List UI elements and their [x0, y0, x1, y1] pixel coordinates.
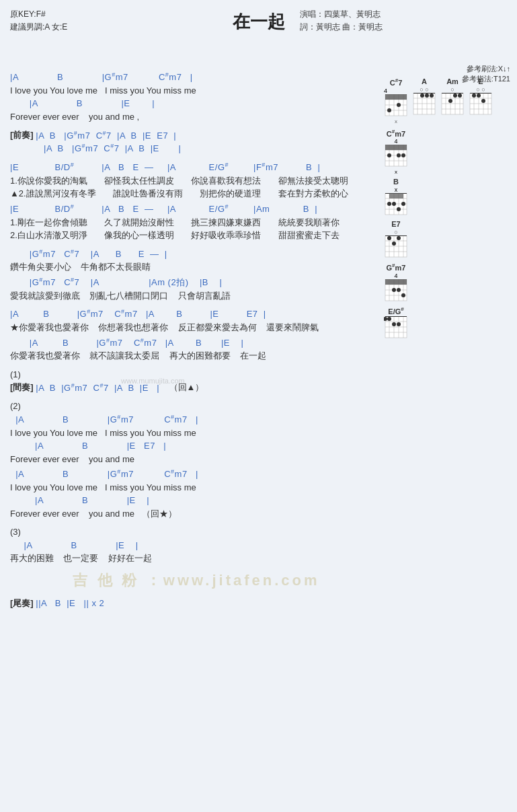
section-prechorus: |G#m7 C#7 |A B E ― | 鑽牛角尖要小心 牛角都不太長眼睛 |G…: [10, 248, 383, 303]
s2-lyric-2: Forever ever ever you and me: [10, 453, 383, 466]
chord-am-label: Am: [446, 77, 459, 85]
chord-line-1: |A B |G#m7 C#m7 |: [10, 71, 383, 84]
section-tail: [尾奏] ||A B |E || x 2: [10, 597, 383, 610]
chord-b-label: B: [393, 178, 399, 186]
chord-diagrams-area: C#7 4 x: [384, 77, 512, 340]
prelude-header: [前奏] |A B |G#m7 C#7 |A B |E E7 |: [10, 128, 383, 142]
page: 原KEY:F# 建議男調:A 女:E 在一起 演唱：四葉草、黃明志 詞：黃明志 …: [0, 0, 517, 812]
prechorus-chord-2: |G#m7 C#7 |A |Am (2拍) |B |: [10, 276, 383, 289]
svg-point-44: [472, 94, 476, 98]
chord-row-1: C#7 4 x: [384, 77, 512, 124]
verse1-lyric-2b: 2.白山水清澈又明淨 像我的心一樣透明 好好吸收乖乖珍惜 甜甜蜜蜜走下去: [10, 229, 383, 242]
chord-row-5: G#m7 4: [384, 262, 512, 303]
svg-point-109: [397, 322, 401, 326]
lyric-line-2: Forever ever ever you and me ,: [10, 110, 383, 124]
verse1-lyric-2a: 1.剛在一起你會傾聽 久了就開始沒耐性 挑三揀四嫌東嫌西 統統要我順著你: [10, 216, 383, 229]
svg-point-58: [401, 153, 405, 157]
svg-rect-68: [389, 193, 403, 198]
s2-lyric-4: Forever ever ever you and me （回★）: [10, 507, 383, 521]
chord-e: E ○ ○: [469, 77, 493, 117]
verse1-lyric-1a: 1.你說你愛我的淘氣 卻怪我太任性調皮 你說喜歡我有想法 卻無法接受太聰明: [10, 174, 383, 188]
verse1-lyric-1b: ▲2.誰說黑河沒有冬季 誰說吐魯番沒有雨 別把你的硬道理 套在對方柔軟的心: [10, 187, 383, 200]
chord-gsm7-label: G#m7: [387, 262, 406, 272]
prelude-chords-2-wrap: |A B |G#m7 C#7 |A B |E |: [44, 142, 383, 155]
chord-a-open: ○ ○: [420, 86, 428, 93]
key-info: 原KEY:F#: [10, 8, 67, 21]
s2-lyric-3: I love you You love me I miss you You mi…: [10, 481, 383, 494]
strum-pattern: 參考刷法:X↓↑: [462, 64, 510, 74]
s2-chord-3: |A B |G#m7 C#m7 |: [10, 468, 383, 481]
section-3: |A B |E | 再大的困難 也一定要 好好在一起: [10, 539, 383, 565]
svg-point-83: [397, 236, 401, 240]
chorus-lyric-1: ★你愛著我也愛著你 你想著我也想著你 反正都愛來愛去為何 還要來鬧脾氣: [10, 321, 383, 334]
svg-point-94: [392, 288, 396, 292]
chord-e-diagram: [469, 93, 493, 117]
svg-point-96: [401, 293, 405, 297]
mark-2: (2): [10, 400, 383, 413]
chord-e7-label: E7: [391, 220, 400, 228]
chord-b: B x: [384, 178, 408, 217]
chord-c7-fret: 4: [384, 87, 408, 94]
chord-gsm7-diagram: [384, 279, 408, 303]
tail-label: [尾奏]: [10, 598, 36, 608]
chord-a-diagram: [412, 93, 436, 117]
chord-am: Am ○: [440, 77, 465, 117]
section-prelude: [前奏] |A B |G#m7 C#7 |A B |E E7 | |A B |G…: [10, 128, 383, 155]
s3-lyric-1: 再大的困難 也一定要 好好在一起: [10, 552, 383, 565]
tail-chords: ||A B |E || x 2: [36, 598, 104, 608]
svg-point-20: [420, 94, 424, 98]
prechorus-lyric-1: 鑽牛角尖要小心 牛角都不太長眼睛: [10, 260, 383, 274]
s2-chord-4: |A B |E |: [10, 494, 383, 507]
s2-chord-2: |A B |E E7 |: [10, 439, 383, 453]
suggestion-info: 建議男調:A 女:E: [10, 21, 67, 34]
chord-a: A ○ ○: [412, 77, 436, 117]
chord-csm7-x: x: [395, 169, 397, 175]
chord-am-open: ○: [450, 86, 454, 93]
svg-point-22: [430, 94, 434, 98]
prechorus-lyric-2: 愛我就該愛到徹底 別亂七八槽開口閉口 只會胡言亂語: [10, 289, 383, 303]
svg-point-21: [425, 94, 429, 98]
chord-b-x: x: [395, 186, 398, 193]
lyricist-info: 詞：黃明志 曲：黃明志: [300, 21, 383, 34]
svg-point-34: [448, 99, 452, 103]
svg-point-46: [481, 99, 485, 103]
main-content: |A B |G#m7 C#m7 | I love you You love me…: [10, 71, 383, 610]
svg-point-84: [392, 242, 396, 246]
s2-lyric-1: I love you You love me I miss you You mi…: [10, 427, 383, 440]
chord-eg: E/G#: [384, 306, 408, 340]
watermark-jitafen: 吉 他 粉 ：www.jitafen.com: [10, 570, 383, 591]
watermark-mumujita: www.mumujita.com: [121, 377, 185, 385]
svg-point-32: [453, 94, 457, 98]
meta-left: 原KEY:F# 建議男調:A 女:E: [10, 8, 67, 34]
prelude-label: [前奏]: [10, 131, 36, 141]
lyric-line-1: I love you You love me I miss you You mi…: [10, 84, 383, 98]
s2-chord-1: |A B |G#m7 C#m7 |: [10, 413, 383, 427]
chord-am-diagram: [440, 93, 465, 117]
chord-e7-open: ○: [394, 229, 397, 235]
svg-point-95: [397, 288, 401, 292]
chord-c7-label: C#7: [390, 77, 403, 87]
svg-point-82: [387, 236, 391, 240]
chord-gsm7: G#m7 4: [384, 262, 408, 303]
chord-csm7: C#m7 4 x: [384, 128, 408, 176]
page-title: 在一起: [10, 10, 507, 34]
svg-point-33: [458, 94, 462, 98]
chord-e-open: ○ ○: [476, 86, 485, 93]
prelude-chords-2: |A B |G#m7 C#7 |A B |E |: [44, 143, 181, 153]
svg-point-72: [397, 207, 401, 211]
section-verse1: |E B/D# |A B E ― |A E/G# |F#m7 B | 1.你說你…: [10, 161, 383, 242]
svg-point-57: [397, 153, 401, 157]
chord-e7: E7 ○: [384, 220, 408, 260]
svg-point-108: [392, 322, 396, 326]
chord-row-4: E7 ○: [384, 220, 512, 260]
chord-c7-x: x: [395, 118, 397, 124]
chord-eg-diagram: [384, 316, 408, 340]
chord-a-label: A: [422, 77, 427, 85]
chorus-lyric-2: 你愛著我也愛著你 就不該讓我太委屈 再大的困難都要 在一起: [10, 349, 383, 363]
chorus-chord-2: |A B |G#m7 C#m7 |A B |E |: [10, 336, 383, 350]
svg-point-69: [387, 202, 391, 206]
chord-row-2: C#m7 4 x: [384, 128, 512, 176]
chord-c7: C#7 4 x: [384, 77, 408, 124]
artist-info: 演唱：四葉草、黃明志: [300, 8, 383, 21]
chord-row-6: E/G#: [384, 306, 512, 340]
